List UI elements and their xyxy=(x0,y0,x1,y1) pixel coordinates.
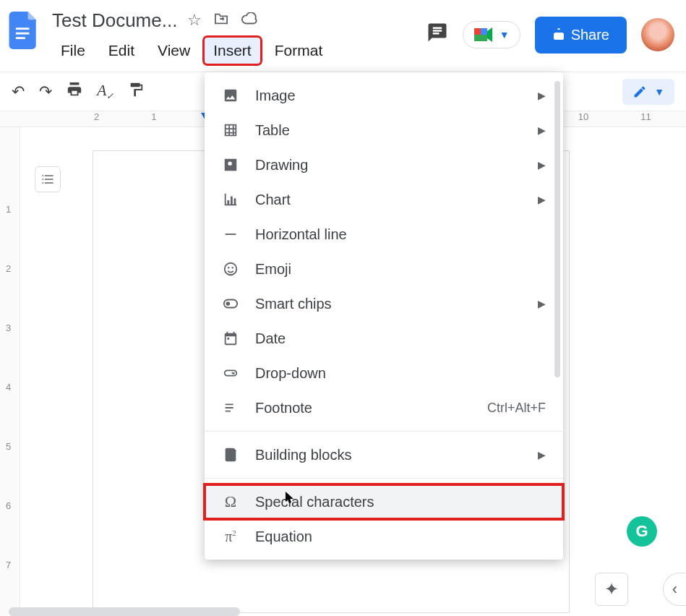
menu-item-label: Table xyxy=(255,122,290,139)
pi-icon: π2 xyxy=(222,529,239,545)
share-button[interactable]: Share xyxy=(535,17,627,54)
menu-item-table[interactable]: Table▶ xyxy=(205,113,563,147)
cloud-status-icon[interactable] xyxy=(241,11,258,30)
menu-item-label: Smart chips xyxy=(255,296,332,312)
table-icon xyxy=(222,122,239,138)
omega-icon: Ω xyxy=(222,492,239,511)
menu-insert[interactable]: Insert xyxy=(205,38,260,64)
grammarly-icon[interactable]: G xyxy=(627,516,657,547)
menu-item-equation[interactable]: π2Equation xyxy=(205,519,563,554)
menu-item-chart[interactable]: Chart▶ xyxy=(205,182,563,217)
submenu-arrow-icon: ▶ xyxy=(538,298,546,309)
undo-icon[interactable]: ↶ xyxy=(12,82,25,101)
docs-logo-icon[interactable] xyxy=(9,12,39,49)
document-title[interactable]: Test Docume... xyxy=(52,9,177,32)
footnote-icon xyxy=(222,400,239,416)
menu-item-horizontal-line[interactable]: Horizontal line xyxy=(205,217,563,252)
dropdown-icon xyxy=(222,365,239,381)
submenu-arrow-icon: ▶ xyxy=(538,124,546,136)
menu-item-emoji[interactable]: Emoji xyxy=(205,252,563,286)
image-icon xyxy=(222,87,239,103)
menu-item-date[interactable]: Date xyxy=(205,321,563,356)
svg-point-11 xyxy=(226,301,231,306)
blocks-icon xyxy=(222,447,239,463)
svg-rect-0 xyxy=(16,27,30,30)
menu-shortcut: Ctrl+Alt+F xyxy=(487,401,546,416)
menu-item-drawing[interactable]: Drawing▶ xyxy=(205,147,563,182)
menu-separator xyxy=(205,431,563,432)
vertical-ruler[interactable]: 12345678 xyxy=(0,127,20,616)
document-outline-button[interactable] xyxy=(35,166,61,192)
svg-point-8 xyxy=(228,267,229,268)
menu-format[interactable]: Format xyxy=(266,38,332,64)
caret-down-icon: ▼ xyxy=(654,86,664,98)
menubar: File Edit View Insert Format xyxy=(52,38,331,64)
menu-item-label: Drawing xyxy=(255,157,308,174)
comments-icon[interactable] xyxy=(426,22,448,48)
menu-item-label: Date xyxy=(255,330,286,347)
svg-rect-6 xyxy=(481,28,487,35)
paint-format-icon[interactable] xyxy=(128,82,144,102)
redo-icon[interactable]: ↷ xyxy=(39,82,52,101)
date-icon xyxy=(222,330,239,346)
svg-rect-2 xyxy=(16,37,25,39)
menu-item-label: Building blocks xyxy=(255,447,351,463)
menu-edit[interactable]: Edit xyxy=(100,38,143,64)
svg-point-7 xyxy=(225,263,237,275)
emoji-icon xyxy=(222,261,239,277)
svg-rect-1 xyxy=(16,33,30,35)
editing-mode-button[interactable]: ▼ xyxy=(622,79,674,105)
menu-item-label: Image xyxy=(255,87,296,104)
svg-rect-5 xyxy=(474,35,487,41)
share-label: Share xyxy=(571,27,609,43)
explore-button[interactable]: ✦ xyxy=(595,573,628,606)
svg-point-9 xyxy=(232,267,233,268)
move-folder-icon[interactable] xyxy=(213,11,229,30)
menu-item-drop-down[interactable]: Drop-down xyxy=(205,356,563,390)
spellcheck-icon[interactable]: A✓ xyxy=(97,81,113,102)
menu-item-smart-chips[interactable]: Smart chips▶ xyxy=(205,286,563,321)
chart-icon xyxy=(222,192,239,208)
menu-item-footnote[interactable]: FootnoteCtrl+Alt+F xyxy=(205,390,563,425)
menu-item-label: Special characters xyxy=(255,494,374,510)
avatar[interactable] xyxy=(641,18,674,51)
chips-icon xyxy=(222,296,239,312)
side-panel-toggle[interactable]: ‹ xyxy=(663,573,686,606)
menu-item-special-characters[interactable]: ΩSpecial characters xyxy=(205,484,563,519)
menu-item-label: Chart xyxy=(255,192,291,208)
submenu-arrow-icon: ▶ xyxy=(538,449,546,461)
menu-item-label: Emoji xyxy=(255,261,291,278)
menu-view[interactable]: View xyxy=(149,38,199,64)
menu-item-image[interactable]: Image▶ xyxy=(205,78,563,113)
menu-item-label: Horizontal line xyxy=(255,226,347,243)
drawing-icon xyxy=(222,157,239,173)
submenu-arrow-icon: ▶ xyxy=(538,159,546,171)
print-icon[interactable] xyxy=(67,82,82,102)
menu-file[interactable]: File xyxy=(52,38,94,64)
horizontal-scrollbar[interactable] xyxy=(9,607,240,616)
star-icon[interactable]: ☆ xyxy=(187,11,202,30)
meet-button[interactable]: ▼ xyxy=(463,21,520,48)
menu-item-label: Drop-down xyxy=(255,365,326,382)
submenu-arrow-icon: ▶ xyxy=(538,90,546,101)
menu-separator xyxy=(205,478,563,479)
insert-menu-dropdown: Image▶Table▶Drawing▶Chart▶Horizontal lin… xyxy=(205,72,563,560)
hr-icon xyxy=(222,226,239,242)
caret-down-icon: ▼ xyxy=(500,29,510,40)
submenu-arrow-icon: ▶ xyxy=(538,194,546,205)
menu-item-label: Equation xyxy=(255,529,312,545)
menu-item-label: Footnote xyxy=(255,400,312,416)
menu-item-building-blocks[interactable]: Building blocks▶ xyxy=(205,437,563,472)
